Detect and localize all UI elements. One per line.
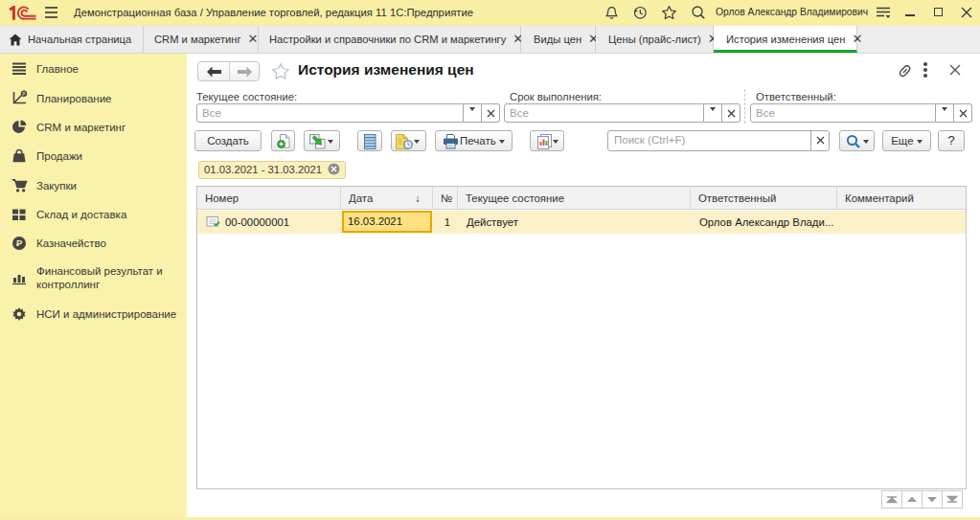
svg-text:Р: Р [16,237,23,248]
